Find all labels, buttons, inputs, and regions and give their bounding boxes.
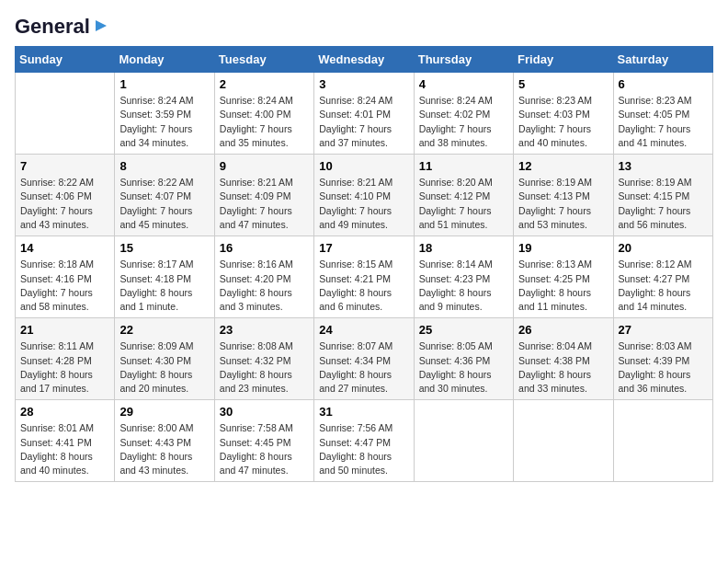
cell-date-number: 17: [319, 240, 408, 257]
calendar-cell: 14Sunrise: 8:18 AMSunset: 4:16 PMDayligh…: [16, 236, 115, 318]
cell-date-number: 25: [419, 322, 508, 339]
calendar-cell: 29Sunrise: 8:00 AMSunset: 4:43 PMDayligh…: [115, 400, 214, 482]
calendar-cell: 8Sunrise: 8:22 AMSunset: 4:07 PMDaylight…: [115, 155, 214, 236]
calendar-cell: 2Sunrise: 8:24 AMSunset: 4:00 PMDaylight…: [214, 73, 313, 155]
calendar-cell: 7Sunrise: 8:22 AMSunset: 4:06 PMDaylight…: [16, 155, 115, 236]
calendar-cell: 6Sunrise: 8:23 AMSunset: 4:05 PMDaylight…: [613, 73, 712, 155]
logo: General: [15, 15, 110, 35]
cell-date-number: 24: [319, 322, 408, 339]
cell-date-number: 15: [119, 240, 209, 257]
calendar-cell: 10Sunrise: 8:21 AMSunset: 4:10 PMDayligh…: [314, 155, 414, 236]
calendar-cell: 22Sunrise: 8:09 AMSunset: 4:30 PMDayligh…: [115, 318, 214, 400]
cell-date-number: 9: [220, 158, 309, 175]
cell-date-number: 18: [419, 240, 508, 257]
calendar-cell: 28Sunrise: 8:01 AMSunset: 4:41 PMDayligh…: [16, 400, 115, 482]
calendar-week-row: 28Sunrise: 8:01 AMSunset: 4:41 PMDayligh…: [16, 400, 713, 482]
cell-sun-info: Sunrise: 8:14 AMSunset: 4:23 PMDaylight:…: [419, 258, 508, 314]
cell-date-number: 22: [119, 322, 209, 339]
cell-date-number: 27: [619, 322, 708, 339]
calendar-cell: 24Sunrise: 8:07 AMSunset: 4:34 PMDayligh…: [314, 318, 414, 400]
cell-sun-info: Sunrise: 8:17 AMSunset: 4:18 PMDaylight:…: [119, 258, 209, 314]
calendar-week-row: 14Sunrise: 8:18 AMSunset: 4:16 PMDayligh…: [16, 236, 713, 318]
cell-sun-info: Sunrise: 8:18 AMSunset: 4:16 PMDaylight:…: [20, 258, 109, 314]
cell-date-number: 20: [619, 240, 708, 257]
cell-date-number: 26: [518, 322, 608, 339]
cell-date-number: 30: [220, 404, 309, 420]
cell-date-number: 2: [220, 76, 309, 93]
calendar-cell: [414, 400, 513, 482]
cell-date-number: 21: [20, 322, 109, 339]
cell-sun-info: Sunrise: 8:24 AMSunset: 4:00 PMDaylight:…: [220, 94, 309, 150]
cell-sun-info: Sunrise: 8:20 AMSunset: 4:12 PMDaylight:…: [419, 176, 508, 232]
calendar-cell: 1Sunrise: 8:24 AMSunset: 3:59 PMDaylight…: [115, 73, 214, 155]
calendar-cell: 23Sunrise: 8:08 AMSunset: 4:32 PMDayligh…: [214, 318, 313, 400]
cell-date-number: 8: [119, 158, 209, 175]
cell-date-number: 6: [619, 76, 708, 93]
calendar-cell: 12Sunrise: 8:19 AMSunset: 4:13 PMDayligh…: [514, 155, 613, 236]
cell-sun-info: Sunrise: 8:21 AMSunset: 4:10 PMDaylight:…: [319, 176, 408, 232]
calendar-cell: 5Sunrise: 8:23 AMSunset: 4:03 PMDaylight…: [514, 73, 613, 155]
calendar-cell: 27Sunrise: 8:03 AMSunset: 4:39 PMDayligh…: [613, 318, 712, 400]
page-header: General: [15, 15, 713, 35]
day-header-saturday: Saturday: [613, 47, 712, 73]
cell-sun-info: Sunrise: 8:08 AMSunset: 4:32 PMDaylight:…: [220, 339, 309, 396]
cell-sun-info: Sunrise: 8:23 AMSunset: 4:05 PMDaylight:…: [619, 94, 708, 150]
cell-sun-info: Sunrise: 8:22 AMSunset: 4:06 PMDaylight:…: [20, 176, 109, 232]
calendar-cell: 13Sunrise: 8:19 AMSunset: 4:15 PMDayligh…: [613, 155, 712, 236]
cell-date-number: 7: [20, 158, 109, 175]
calendar-cell: 19Sunrise: 8:13 AMSunset: 4:25 PMDayligh…: [514, 236, 613, 318]
cell-date-number: 31: [319, 404, 408, 420]
calendar-week-row: 21Sunrise: 8:11 AMSunset: 4:28 PMDayligh…: [16, 318, 713, 400]
calendar-cell: 20Sunrise: 8:12 AMSunset: 4:27 PMDayligh…: [613, 236, 712, 318]
calendar-cell: 9Sunrise: 8:21 AMSunset: 4:09 PMDaylight…: [214, 155, 313, 236]
day-header-wednesday: Wednesday: [314, 47, 414, 73]
svg-marker-0: [96, 20, 107, 31]
cell-sun-info: Sunrise: 8:11 AMSunset: 4:28 PMDaylight:…: [20, 339, 109, 396]
calendar-cell: 16Sunrise: 8:16 AMSunset: 4:20 PMDayligh…: [214, 236, 313, 318]
day-header-friday: Friday: [514, 47, 613, 73]
cell-date-number: 13: [619, 158, 708, 175]
calendar-cell: 21Sunrise: 8:11 AMSunset: 4:28 PMDayligh…: [16, 318, 115, 400]
cell-date-number: 19: [518, 240, 608, 257]
calendar-cell: 15Sunrise: 8:17 AMSunset: 4:18 PMDayligh…: [115, 236, 214, 318]
cell-sun-info: Sunrise: 8:01 AMSunset: 4:41 PMDaylight:…: [20, 421, 109, 477]
calendar-week-row: 7Sunrise: 8:22 AMSunset: 4:06 PMDaylight…: [16, 155, 713, 236]
cell-sun-info: Sunrise: 8:19 AMSunset: 4:13 PMDaylight:…: [518, 176, 608, 232]
calendar-cell: 31Sunrise: 7:56 AMSunset: 4:47 PMDayligh…: [314, 400, 414, 482]
cell-sun-info: Sunrise: 8:23 AMSunset: 4:03 PMDaylight:…: [518, 94, 608, 150]
cell-date-number: 14: [20, 240, 109, 257]
calendar-cell: 26Sunrise: 8:04 AMSunset: 4:38 PMDayligh…: [514, 318, 613, 400]
cell-date-number: 5: [518, 76, 608, 93]
cell-date-number: 4: [419, 76, 508, 93]
cell-sun-info: Sunrise: 7:58 AMSunset: 4:45 PMDaylight:…: [220, 421, 309, 477]
cell-sun-info: Sunrise: 8:24 AMSunset: 3:59 PMDaylight:…: [119, 94, 209, 150]
cell-sun-info: Sunrise: 8:09 AMSunset: 4:30 PMDaylight:…: [119, 339, 209, 396]
cell-sun-info: Sunrise: 8:00 AMSunset: 4:43 PMDaylight:…: [119, 421, 209, 477]
cell-sun-info: Sunrise: 8:13 AMSunset: 4:25 PMDaylight:…: [518, 258, 608, 314]
cell-date-number: 28: [20, 404, 109, 420]
logo-general: General: [15, 15, 90, 39]
cell-sun-info: Sunrise: 8:16 AMSunset: 4:20 PMDaylight:…: [220, 258, 309, 314]
cell-sun-info: Sunrise: 7:56 AMSunset: 4:47 PMDaylight:…: [319, 421, 408, 477]
day-header-tuesday: Tuesday: [214, 47, 313, 73]
cell-sun-info: Sunrise: 8:21 AMSunset: 4:09 PMDaylight:…: [220, 176, 309, 232]
cell-sun-info: Sunrise: 8:03 AMSunset: 4:39 PMDaylight:…: [619, 339, 708, 396]
calendar-week-row: 1Sunrise: 8:24 AMSunset: 3:59 PMDaylight…: [16, 73, 713, 155]
cell-date-number: 16: [220, 240, 309, 257]
cell-date-number: 10: [319, 158, 408, 175]
cell-date-number: 29: [119, 404, 209, 420]
cell-sun-info: Sunrise: 8:22 AMSunset: 4:07 PMDaylight:…: [119, 176, 209, 232]
days-header-row: SundayMondayTuesdayWednesdayThursdayFrid…: [16, 47, 713, 73]
cell-sun-info: Sunrise: 8:15 AMSunset: 4:21 PMDaylight:…: [319, 258, 408, 314]
calendar-table: SundayMondayTuesdayWednesdayThursdayFrid…: [15, 46, 713, 482]
cell-date-number: 12: [518, 158, 608, 175]
logo-arrow-icon: [92, 17, 110, 35]
cell-date-number: 1: [119, 76, 209, 93]
calendar-cell: [514, 400, 613, 482]
cell-date-number: 11: [419, 158, 508, 175]
cell-date-number: 3: [319, 76, 408, 93]
day-header-sunday: Sunday: [16, 47, 115, 73]
day-header-monday: Monday: [115, 47, 214, 73]
calendar-cell: [16, 73, 115, 155]
cell-sun-info: Sunrise: 8:07 AMSunset: 4:34 PMDaylight:…: [319, 339, 408, 396]
